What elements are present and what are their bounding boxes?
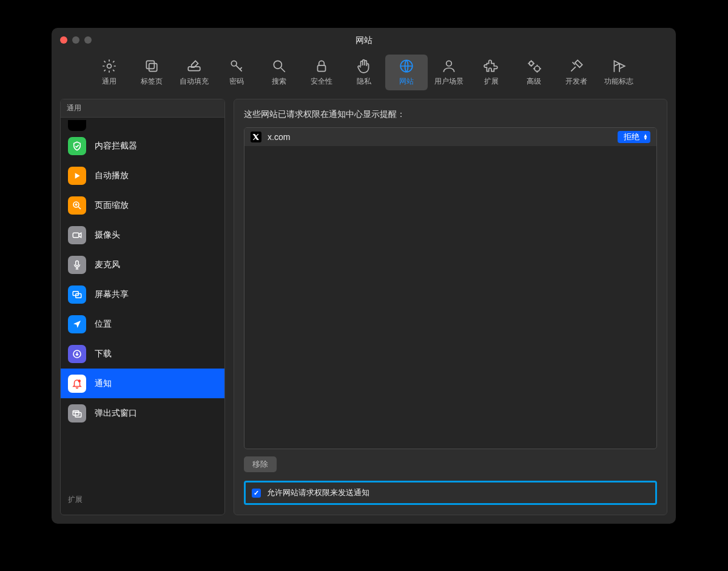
gear-icon — [101, 58, 117, 74]
search-icon — [271, 58, 287, 74]
svg-point-9 — [529, 61, 533, 65]
sidebar-item-label: 弹出式窗口 — [95, 408, 137, 419]
website-domain: x.com — [268, 132, 618, 142]
tab-label: 标签页 — [141, 76, 163, 87]
sidebar-item-label: 麦克风 — [95, 259, 120, 270]
zoom-in-icon — [68, 196, 86, 215]
tab-label: 开发者 — [565, 76, 587, 87]
svg-point-4 — [231, 61, 237, 66]
sidebar-item-label: 屏幕共享 — [95, 289, 129, 300]
tab-autofill[interactable]: 自动填充 — [173, 55, 215, 90]
tab-extensions[interactable]: 扩展 — [470, 55, 513, 90]
microphone-icon — [68, 256, 86, 274]
sidebar-item-truncated[interactable] — [61, 119, 224, 131]
puzzle-icon — [484, 58, 499, 74]
main-panel: 这些网站已请求权限在通知中心显示提醒： x.com 拒绝 ▲▼ 移除 ✓ — [234, 99, 667, 515]
sidebar-header: 通用 — [61, 99, 224, 118]
pencil-field-icon — [186, 58, 202, 74]
tab-general[interactable]: 通用 — [88, 55, 130, 90]
svg-point-5 — [274, 61, 281, 68]
checkbox-checked-icon[interactable]: ✓ — [252, 489, 261, 498]
bell-icon — [68, 375, 86, 393]
sidebar-item-microphone[interactable]: 麦克风 — [61, 250, 224, 279]
x-logo-icon — [251, 132, 261, 142]
tab-label: 网站 — [399, 76, 414, 87]
svg-point-8 — [446, 61, 451, 66]
titlebar: 网站 — [52, 28, 676, 53]
sidebar-item-label: 内容拦截器 — [95, 141, 137, 152]
key-icon — [229, 58, 244, 74]
tab-advanced[interactable]: 高级 — [513, 55, 555, 90]
play-icon — [68, 167, 86, 185]
flags-icon — [611, 58, 627, 74]
settings-sidebar: 通用 内容拦截器 自动播放 页面缩放 — [60, 99, 225, 515]
permission-value: 拒绝 — [624, 132, 639, 142]
window-title: 网站 — [52, 35, 676, 46]
sidebar-item-location[interactable]: 位置 — [61, 309, 224, 339]
lock-icon — [314, 58, 329, 74]
website-row[interactable]: x.com 拒绝 ▲▼ — [244, 128, 656, 146]
permission-select[interactable]: 拒绝 ▲▼ — [618, 131, 650, 143]
preferences-toolbar: 通用 标签页 自动填充 密码 搜索 安全性 隐私 网站 — [52, 53, 676, 99]
sidebar-item-label: 摄像头 — [95, 230, 120, 241]
svg-rect-13 — [76, 261, 79, 265]
tab-label: 隐私 — [357, 76, 371, 87]
zoom-window-button[interactable] — [84, 36, 92, 44]
sidebar-item-content-blockers[interactable]: 内容拦截器 — [61, 131, 224, 161]
tools-icon — [568, 58, 584, 74]
sidebar-item-label: 页面缩放 — [95, 200, 129, 211]
tab-tabs[interactable]: 标签页 — [130, 55, 173, 90]
tab-passwords[interactable]: 密码 — [215, 55, 258, 90]
sidebar-item-label: 自动播放 — [95, 170, 129, 181]
download-icon — [68, 345, 86, 363]
tab-label: 用户场景 — [434, 76, 463, 87]
panel-heading: 这些网站已请求权限在通知中心显示提醒： — [244, 109, 657, 120]
websites-list[interactable]: x.com 拒绝 ▲▼ — [244, 127, 657, 449]
tab-label: 通用 — [102, 76, 116, 87]
tab-privacy[interactable]: 隐私 — [343, 55, 385, 90]
svg-point-17 — [78, 379, 81, 382]
tab-developer[interactable]: 开发者 — [555, 55, 598, 90]
sidebar-item-popups[interactable]: 弹出式窗口 — [61, 398, 224, 428]
windows-icon — [68, 404, 86, 422]
tab-label: 自动填充 — [180, 76, 209, 87]
sidebar-item-notifications[interactable]: 通知 — [61, 369, 224, 398]
sidebar-item-autoplay[interactable]: 自动播放 — [61, 161, 224, 190]
close-window-button[interactable] — [60, 36, 67, 44]
sidebar-item-screen-sharing[interactable]: 屏幕共享 — [61, 279, 224, 309]
tab-profiles[interactable]: 用户场景 — [428, 55, 470, 90]
globe-icon — [399, 58, 414, 74]
preferences-window: 网站 通用 标签页 自动填充 密码 搜索 安全性 隐私 — [52, 28, 676, 524]
tabs-icon — [144, 58, 160, 74]
sidebar-item-page-zoom[interactable]: 页面缩放 — [61, 190, 224, 220]
allow-request-checkbox-row[interactable]: ✓ 允许网站请求权限来发送通知 — [244, 481, 657, 505]
tab-label: 功能标志 — [604, 76, 633, 87]
tab-search[interactable]: 搜索 — [258, 55, 300, 90]
sidebar-item-camera[interactable]: 摄像头 — [61, 220, 224, 250]
chevrons-icon: ▲▼ — [643, 134, 648, 140]
tab-label: 密码 — [229, 76, 244, 87]
tab-security[interactable]: 安全性 — [300, 55, 343, 90]
tab-label: 高级 — [527, 76, 541, 87]
sidebar-item-label: 位置 — [95, 319, 112, 330]
location-arrow-icon — [68, 315, 86, 333]
sidebar-list[interactable]: 内容拦截器 自动播放 页面缩放 摄像头 麦克风 — [61, 118, 224, 489]
tab-label: 扩展 — [484, 76, 499, 87]
checkbox-label: 允许网站请求权限来发送通知 — [267, 487, 369, 498]
sidebar-item-label: 下载 — [95, 349, 112, 359]
remove-button[interactable]: 移除 — [244, 456, 277, 472]
camera-icon — [68, 226, 86, 244]
minimize-window-button[interactable] — [72, 36, 79, 44]
screens-icon — [68, 286, 86, 304]
tab-label: 安全性 — [311, 76, 332, 87]
sidebar-footer: 扩展 — [61, 489, 224, 515]
tab-label: 搜索 — [272, 76, 286, 87]
svg-rect-2 — [149, 64, 157, 72]
sidebar-item-label: 通知 — [95, 378, 112, 389]
tab-feature-flags[interactable]: 功能标志 — [598, 55, 640, 90]
sidebar-item-downloads[interactable]: 下载 — [61, 339, 224, 369]
hand-icon — [356, 58, 372, 74]
tab-websites[interactable]: 网站 — [385, 55, 428, 90]
traffic-lights — [60, 36, 92, 44]
svg-rect-12 — [73, 233, 79, 238]
